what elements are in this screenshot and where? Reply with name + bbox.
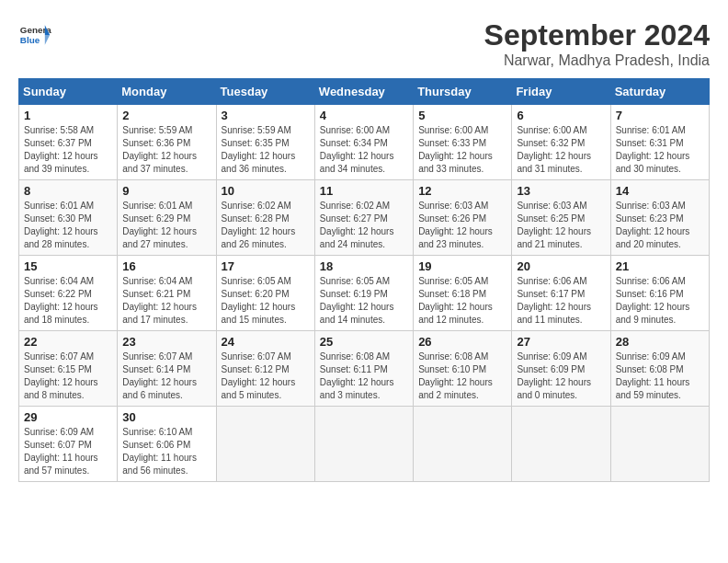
- calendar-header-sunday: Sunday: [19, 79, 118, 105]
- calendar-cell: [414, 407, 512, 482]
- calendar-cell: 22Sunrise: 6:07 AM Sunset: 6:15 PM Dayli…: [19, 331, 118, 407]
- day-number: 22: [24, 335, 112, 349]
- day-info: Sunrise: 6:02 AM Sunset: 6:28 PM Dayligh…: [222, 200, 310, 251]
- day-info: Sunrise: 6:09 AM Sunset: 6:08 PM Dayligh…: [616, 350, 704, 402]
- logo: General Blue: [18, 18, 51, 52]
- day-info: Sunrise: 6:08 AM Sunset: 6:10 PM Dayligh…: [418, 350, 506, 402]
- page-subtitle: Narwar, Madhya Pradesh, India: [484, 52, 710, 69]
- day-info: Sunrise: 6:05 AM Sunset: 6:18 PM Dayligh…: [418, 275, 506, 327]
- calendar-cell: 10Sunrise: 6:02 AM Sunset: 6:28 PM Dayli…: [216, 180, 314, 256]
- calendar-header-tuesday: Tuesday: [216, 79, 314, 105]
- day-number: 11: [320, 184, 408, 198]
- calendar-cell: 19Sunrise: 6:05 AM Sunset: 6:18 PM Dayli…: [414, 256, 512, 331]
- day-info: Sunrise: 6:02 AM Sunset: 6:27 PM Dayligh…: [320, 200, 408, 251]
- day-number: 15: [24, 259, 112, 273]
- calendar-cell: 15Sunrise: 6:04 AM Sunset: 6:22 PM Dayli…: [19, 256, 118, 331]
- calendar-cell: 8Sunrise: 6:01 AM Sunset: 6:30 PM Daylig…: [19, 180, 118, 256]
- calendar-cell: 21Sunrise: 6:06 AM Sunset: 6:16 PM Dayli…: [610, 256, 709, 331]
- day-number: 25: [320, 335, 408, 349]
- calendar-cell: 29Sunrise: 6:09 AM Sunset: 6:07 PM Dayli…: [19, 407, 118, 482]
- calendar-cell: 12Sunrise: 6:03 AM Sunset: 6:26 PM Dayli…: [414, 180, 512, 256]
- day-info: Sunrise: 6:01 AM Sunset: 6:29 PM Dayligh…: [122, 200, 210, 251]
- calendar-cell: 30Sunrise: 6:10 AM Sunset: 6:06 PM Dayli…: [118, 407, 216, 482]
- day-number: 20: [517, 259, 605, 273]
- day-number: 17: [222, 259, 310, 273]
- day-info: Sunrise: 6:06 AM Sunset: 6:16 PM Dayligh…: [616, 275, 704, 327]
- calendar-cell: [216, 407, 314, 482]
- calendar-week-row: 22Sunrise: 6:07 AM Sunset: 6:15 PM Dayli…: [19, 331, 710, 407]
- calendar-cell: [512, 407, 610, 482]
- day-number: 30: [122, 410, 210, 424]
- calendar-header-wednesday: Wednesday: [314, 79, 413, 105]
- day-info: Sunrise: 6:00 AM Sunset: 6:34 PM Dayligh…: [320, 124, 408, 176]
- calendar-header-saturday: Saturday: [610, 79, 709, 105]
- day-info: Sunrise: 6:05 AM Sunset: 6:20 PM Dayligh…: [222, 275, 310, 327]
- calendar-week-row: 8Sunrise: 6:01 AM Sunset: 6:30 PM Daylig…: [19, 180, 710, 256]
- calendar-cell: 3Sunrise: 5:59 AM Sunset: 6:35 PM Daylig…: [216, 105, 314, 180]
- day-number: 4: [320, 109, 408, 122]
- day-number: 1: [24, 109, 112, 122]
- day-number: 12: [418, 184, 506, 198]
- day-number: 16: [122, 259, 210, 273]
- day-number: 23: [122, 335, 210, 349]
- calendar-cell: 6Sunrise: 6:00 AM Sunset: 6:32 PM Daylig…: [512, 105, 610, 180]
- calendar-week-row: 29Sunrise: 6:09 AM Sunset: 6:07 PM Dayli…: [19, 407, 710, 482]
- day-info: Sunrise: 6:07 AM Sunset: 6:14 PM Dayligh…: [122, 350, 210, 402]
- day-info: Sunrise: 6:03 AM Sunset: 6:26 PM Dayligh…: [418, 200, 506, 251]
- calendar-cell: 26Sunrise: 6:08 AM Sunset: 6:10 PM Dayli…: [414, 331, 512, 407]
- calendar-cell: 28Sunrise: 6:09 AM Sunset: 6:08 PM Dayli…: [610, 331, 709, 407]
- day-info: Sunrise: 6:00 AM Sunset: 6:32 PM Dayligh…: [517, 124, 605, 176]
- day-info: Sunrise: 6:04 AM Sunset: 6:22 PM Dayligh…: [24, 275, 112, 327]
- day-number: 26: [418, 335, 506, 349]
- day-number: 8: [24, 184, 112, 198]
- day-number: 28: [616, 335, 704, 349]
- day-info: Sunrise: 6:03 AM Sunset: 6:25 PM Dayligh…: [517, 200, 605, 251]
- day-number: 21: [616, 259, 704, 273]
- day-info: Sunrise: 6:04 AM Sunset: 6:21 PM Dayligh…: [122, 275, 210, 327]
- day-info: Sunrise: 5:59 AM Sunset: 6:35 PM Dayligh…: [222, 124, 310, 176]
- day-info: Sunrise: 6:05 AM Sunset: 6:19 PM Dayligh…: [320, 275, 408, 327]
- day-info: Sunrise: 6:06 AM Sunset: 6:17 PM Dayligh…: [517, 275, 605, 327]
- calendar-cell: 11Sunrise: 6:02 AM Sunset: 6:27 PM Dayli…: [314, 180, 413, 256]
- calendar-table: SundayMondayTuesdayWednesdayThursdayFrid…: [18, 78, 710, 482]
- page-title: September 2024: [484, 18, 710, 52]
- calendar-cell: 18Sunrise: 6:05 AM Sunset: 6:19 PM Dayli…: [314, 256, 413, 331]
- calendar-cell: 2Sunrise: 5:59 AM Sunset: 6:36 PM Daylig…: [118, 105, 216, 180]
- calendar-cell: 17Sunrise: 6:05 AM Sunset: 6:20 PM Dayli…: [216, 256, 314, 331]
- calendar-cell: 23Sunrise: 6:07 AM Sunset: 6:14 PM Dayli…: [118, 331, 216, 407]
- day-info: Sunrise: 6:01 AM Sunset: 6:30 PM Dayligh…: [24, 200, 112, 251]
- calendar-cell: 24Sunrise: 6:07 AM Sunset: 6:12 PM Dayli…: [216, 331, 314, 407]
- calendar-cell: 14Sunrise: 6:03 AM Sunset: 6:23 PM Dayli…: [610, 180, 709, 256]
- day-number: 9: [122, 184, 210, 198]
- calendar-cell: 25Sunrise: 6:08 AM Sunset: 6:11 PM Dayli…: [314, 331, 413, 407]
- day-info: Sunrise: 6:08 AM Sunset: 6:11 PM Dayligh…: [320, 350, 408, 402]
- calendar-cell: 13Sunrise: 6:03 AM Sunset: 6:25 PM Dayli…: [512, 180, 610, 256]
- day-number: 6: [517, 109, 605, 122]
- calendar-cell: 4Sunrise: 6:00 AM Sunset: 6:34 PM Daylig…: [314, 105, 413, 180]
- day-info: Sunrise: 6:09 AM Sunset: 6:09 PM Dayligh…: [517, 350, 605, 402]
- calendar-cell: 16Sunrise: 6:04 AM Sunset: 6:21 PM Dayli…: [118, 256, 216, 331]
- day-info: Sunrise: 5:59 AM Sunset: 6:36 PM Dayligh…: [122, 124, 210, 176]
- day-number: 10: [222, 184, 310, 198]
- day-info: Sunrise: 6:07 AM Sunset: 6:15 PM Dayligh…: [24, 350, 112, 402]
- calendar-header-monday: Monday: [118, 79, 216, 105]
- day-number: 5: [418, 109, 506, 122]
- calendar-cell: 1Sunrise: 5:58 AM Sunset: 6:37 PM Daylig…: [19, 105, 118, 180]
- day-info: Sunrise: 6:09 AM Sunset: 6:07 PM Dayligh…: [24, 426, 112, 477]
- day-number: 29: [24, 410, 112, 424]
- calendar-cell: 9Sunrise: 6:01 AM Sunset: 6:29 PM Daylig…: [118, 180, 216, 256]
- svg-marker-3: [45, 35, 50, 45]
- calendar-week-row: 15Sunrise: 6:04 AM Sunset: 6:22 PM Dayli…: [19, 256, 710, 331]
- day-number: 2: [122, 109, 210, 122]
- title-area: September 2024 Narwar, Madhya Pradesh, I…: [484, 18, 710, 69]
- calendar-header-friday: Friday: [512, 79, 610, 105]
- page-header: General Blue September 2024 Narwar, Madh…: [18, 18, 710, 69]
- calendar-cell: 27Sunrise: 6:09 AM Sunset: 6:09 PM Dayli…: [512, 331, 610, 407]
- day-info: Sunrise: 6:07 AM Sunset: 6:12 PM Dayligh…: [222, 350, 310, 402]
- day-info: Sunrise: 6:10 AM Sunset: 6:06 PM Dayligh…: [122, 426, 210, 477]
- day-number: 7: [616, 109, 704, 122]
- day-number: 27: [517, 335, 605, 349]
- day-number: 19: [418, 259, 506, 273]
- calendar-cell: 20Sunrise: 6:06 AM Sunset: 6:17 PM Dayli…: [512, 256, 610, 331]
- calendar-header-thursday: Thursday: [414, 79, 512, 105]
